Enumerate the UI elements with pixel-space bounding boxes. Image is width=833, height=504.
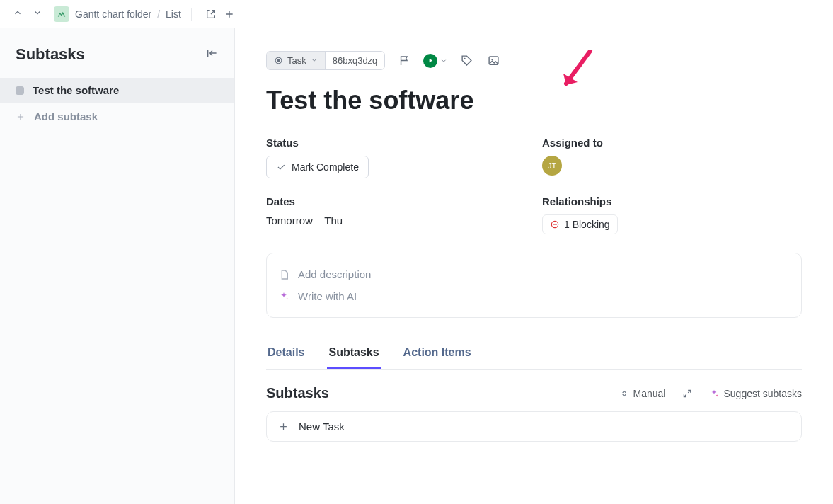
relationships-label: Relationships xyxy=(542,195,802,207)
task-type-group: Task 86bxq3dzq xyxy=(266,51,385,70)
status-label: Status xyxy=(266,137,528,149)
collapse-sidebar-icon[interactable] xyxy=(206,48,219,61)
breadcrumb-folder[interactable]: Gantt chart folder xyxy=(75,8,151,20)
sort-label: Manual xyxy=(633,388,666,399)
divider xyxy=(191,8,192,21)
sidebar: Subtasks Test the software Add subtask xyxy=(0,28,235,504)
dates-value[interactable]: Tomorrow – Thu xyxy=(266,214,528,227)
time-tracker[interactable] xyxy=(423,54,447,68)
tab-details[interactable]: Details xyxy=(266,340,306,369)
new-tab-icon[interactable] xyxy=(220,5,239,23)
status-square-icon xyxy=(16,86,24,95)
tag-icon[interactable] xyxy=(459,53,474,69)
blocking-chip[interactable]: 1 Blocking xyxy=(542,214,618,234)
add-subtask-button[interactable]: Add subtask xyxy=(0,103,234,130)
topbar: Gantt chart folder / List xyxy=(0,0,833,28)
description-box: Add description Write with AI xyxy=(266,253,802,318)
play-icon xyxy=(423,54,437,68)
assigned-field: Assigned to JT xyxy=(542,137,802,178)
task-id[interactable]: 86bxq3dzq xyxy=(325,52,385,69)
sidebar-item-label: Test the software xyxy=(33,84,119,96)
image-icon[interactable] xyxy=(486,53,501,69)
assignee-avatar[interactable]: JT xyxy=(542,156,562,176)
task-type-label: Task xyxy=(287,55,306,66)
add-description-button[interactable]: Add description xyxy=(278,263,790,285)
new-task-label: New Task xyxy=(299,420,345,433)
task-toolbar: Task 86bxq3dzq xyxy=(266,51,802,70)
tab-action-items[interactable]: Action Items xyxy=(402,340,473,369)
suggest-subtasks-label: Suggest subtasks xyxy=(723,388,802,399)
dates-field: Dates Tomorrow – Thu xyxy=(266,195,528,234)
status-field: Status Mark Complete xyxy=(266,137,528,178)
chart-folder-icon xyxy=(54,6,69,22)
tabs: Details Subtasks Action Items xyxy=(266,340,802,370)
sidebar-item-test-the-software[interactable]: Test the software xyxy=(0,78,234,103)
svg-point-4 xyxy=(491,59,493,60)
relationships-field: Relationships 1 Blocking xyxy=(542,195,802,234)
write-with-ai-button[interactable]: Write with AI xyxy=(278,285,790,307)
nav-up-icon[interactable] xyxy=(13,8,23,21)
new-task-button[interactable]: New Task xyxy=(266,411,802,442)
breadcrumb-view[interactable]: List xyxy=(166,8,181,20)
sidebar-title: Subtasks xyxy=(16,45,85,64)
task-title[interactable]: Test the software xyxy=(266,86,802,115)
flag-icon[interactable] xyxy=(396,53,412,69)
mark-complete-label: Mark Complete xyxy=(292,161,359,173)
svg-point-1 xyxy=(277,59,280,62)
mark-complete-button[interactable]: Mark Complete xyxy=(266,156,369,178)
dates-label: Dates xyxy=(266,195,528,207)
expand-icon[interactable] xyxy=(682,389,692,399)
assigned-label: Assigned to xyxy=(542,137,802,149)
share-icon[interactable] xyxy=(202,5,220,23)
add-description-label: Add description xyxy=(298,268,371,280)
breadcrumb-separator: / xyxy=(157,8,160,20)
chevron-down-icon xyxy=(311,55,318,66)
sort-dropdown[interactable]: Manual xyxy=(619,388,666,399)
task-type-dropdown[interactable]: Task xyxy=(267,52,325,69)
svg-point-2 xyxy=(464,58,466,59)
suggest-subtasks-button[interactable]: Suggest subtasks xyxy=(709,388,802,399)
chevron-down-icon xyxy=(440,55,447,67)
task-id-text: 86bxq3dzq xyxy=(333,55,378,66)
write-with-ai-label: Write with AI xyxy=(298,290,357,302)
add-subtask-label: Add subtask xyxy=(34,110,98,122)
subtasks-section-title: Subtasks xyxy=(266,385,329,401)
nav-down-icon[interactable] xyxy=(33,8,42,21)
breadcrumb: Gantt chart folder / List xyxy=(54,6,181,22)
blocking-text: 1 Blocking xyxy=(564,219,610,230)
tab-subtasks[interactable]: Subtasks xyxy=(327,340,380,369)
main-panel: Task 86bxq3dzq Test the software xyxy=(235,28,833,504)
